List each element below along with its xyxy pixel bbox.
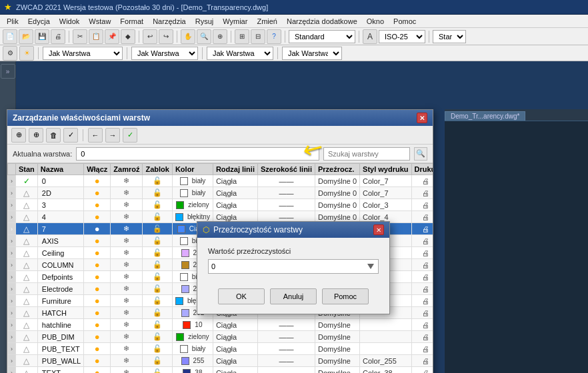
row-plot-12[interactable]: 🖨 — [411, 319, 433, 331]
table-row[interactable]: › △ hatchline ● ❄ 🔓 10 Ciągła —— Domyśln… — [8, 319, 433, 331]
row-on-12[interactable]: ● — [84, 319, 111, 331]
row-name-11[interactable]: HATCH — [37, 307, 83, 319]
row-freeze-16[interactable]: ❄ — [111, 367, 143, 374]
row-lock-9[interactable]: 🔓 — [143, 283, 172, 295]
col-name[interactable]: Nazwa — [37, 164, 83, 175]
row-freeze-1[interactable]: ❄ — [111, 187, 143, 199]
row-lineweight-13[interactable]: —— — [257, 331, 315, 343]
row-name-6[interactable]: Ceiling — [37, 247, 83, 259]
text-btn[interactable]: A — [363, 29, 377, 44]
row-lineweight-15[interactable]: —— — [257, 355, 315, 367]
row-freeze-4[interactable]: ❄ — [111, 223, 143, 235]
row-lock-11[interactable]: 🔓 — [143, 307, 172, 319]
iso-combo[interactable]: ISO-25 — [379, 30, 425, 43]
menu-edycja[interactable]: Edycja — [24, 17, 54, 26]
delete-layer-btn[interactable]: 🗑 — [46, 128, 61, 143]
col-transparency[interactable]: Przeźrocz. — [315, 164, 359, 175]
row-plot-5[interactable]: 🖨 — [411, 235, 433, 247]
row-linetype-1[interactable]: Ciągła — [213, 187, 257, 199]
row-linetype-2[interactable]: Ciągła — [213, 199, 257, 211]
row-freeze-0[interactable]: ❄ — [111, 175, 143, 187]
print-btn[interactable]: 🖨 — [51, 29, 65, 44]
grid-btn[interactable]: ⊞ — [235, 29, 249, 44]
layer-mgr-btn[interactable]: ⚙ — [3, 46, 17, 61]
col-lock[interactable]: Zablok — [143, 164, 172, 175]
row-plotstyle-14[interactable] — [360, 343, 411, 355]
row-plotstyle-16[interactable]: Color_38 — [360, 367, 411, 374]
row-name-5[interactable]: AXIS — [37, 235, 83, 247]
row-transparency-13[interactable]: Domyślne — [315, 331, 359, 343]
row-lock-3[interactable]: 🔓 — [143, 211, 172, 223]
row-plot-7[interactable]: 🖨 — [411, 259, 433, 271]
special-btn[interactable]: ◆ — [121, 29, 135, 44]
row-name-13[interactable]: PUB_DIM — [37, 331, 83, 343]
col-linetype[interactable]: Rodzaj linii — [213, 164, 257, 175]
table-row[interactable]: › △ PUB_TEXT ● ❄ 🔓 biały Ciągła —— Domyś… — [8, 343, 433, 355]
row-color-15[interactable]: 255 — [172, 355, 213, 367]
row-color-16[interactable]: 38 — [172, 367, 213, 374]
row-freeze-14[interactable]: ❄ — [111, 343, 143, 355]
menu-wymiar[interactable]: Wymiar — [219, 17, 251, 26]
row-transparency-14[interactable]: Domyślne — [315, 343, 359, 355]
search-input[interactable] — [323, 147, 410, 161]
row-lock-0[interactable]: 🔓 — [143, 175, 172, 187]
row-lineweight-1[interactable]: —— — [257, 187, 315, 199]
star-combo[interactable]: Star — [433, 30, 466, 43]
row-name-0[interactable]: 0 — [37, 175, 83, 187]
current-layer-input[interactable] — [76, 147, 319, 161]
row-lock-5[interactable]: 🔓 — [143, 235, 172, 247]
cad-tab[interactable]: Demo_Tr...arency.dwg* — [445, 111, 525, 121]
row-name-12[interactable]: hatchline — [37, 319, 83, 331]
row-lineweight-16[interactable]: —— — [257, 367, 315, 374]
zoom-btn[interactable]: 🔍 — [197, 29, 211, 44]
row-lock-10[interactable]: 🔓 — [143, 295, 172, 307]
row-on-4[interactable]: ● — [84, 223, 111, 235]
row-on-14[interactable]: ● — [84, 343, 111, 355]
row-on-6[interactable]: ● — [84, 247, 111, 259]
row-plot-8[interactable]: 🖨 — [411, 271, 433, 283]
row-lock-8[interactable]: 🔓 — [143, 271, 172, 283]
prev-layer-btn[interactable]: ← — [88, 128, 103, 143]
menu-widok[interactable]: Widok — [55, 17, 84, 26]
row-name-7[interactable]: COLUMN — [37, 259, 83, 271]
row-plot-15[interactable]: 🖨 — [411, 355, 433, 367]
row-plot-6[interactable]: 🖨 — [411, 247, 433, 259]
row-transparency-0[interactable]: Domyślne 0 — [315, 175, 359, 187]
check-btn[interactable]: ✓ — [123, 128, 137, 143]
trans-ok-btn[interactable]: OK — [218, 288, 265, 304]
menu-pomoc[interactable]: Pomoc — [389, 17, 420, 26]
grid2-btn[interactable]: ⊟ — [251, 29, 265, 44]
left-expand-btn[interactable]: » — [1, 64, 15, 79]
new-btn[interactable]: 📄 — [3, 29, 17, 44]
row-plot-14[interactable]: 🖨 — [411, 343, 433, 355]
row-on-10[interactable]: ● — [84, 295, 111, 307]
col-lineweight[interactable]: Szerokość linii — [257, 164, 315, 175]
row-lock-4[interactable]: 🔓 — [143, 223, 172, 235]
row-transparency-12[interactable]: Domyślne — [315, 319, 359, 331]
col-plot-style[interactable]: Styl wydruku — [360, 164, 411, 175]
open-btn[interactable]: 📂 — [19, 29, 33, 44]
redo-btn[interactable]: ↪ — [159, 29, 173, 44]
copy-btn[interactable]: 📋 — [89, 29, 103, 44]
row-plotstyle-0[interactable]: Color_7 — [360, 175, 411, 187]
search-button[interactable]: 🔍 — [414, 147, 427, 161]
set-current-btn[interactable]: ✓ — [63, 128, 78, 143]
row-on-2[interactable]: ● — [84, 199, 111, 211]
row-transparency-2[interactable]: Domyślne 0 — [315, 199, 359, 211]
row-linetype-13[interactable]: Ciągła — [213, 331, 257, 343]
row-on-16[interactable]: ● — [84, 367, 111, 374]
row-name-16[interactable]: TEXT — [37, 367, 83, 374]
trans-help-btn[interactable]: Pomoc — [322, 288, 369, 304]
row-linetype-15[interactable]: Ciągła — [213, 355, 257, 367]
pan-btn[interactable]: ✋ — [181, 29, 195, 44]
row-color-13[interactable]: zielony — [172, 331, 213, 343]
row-plot-3[interactable]: 🖨 — [411, 211, 433, 223]
row-lock-16[interactable]: 🔓 — [143, 367, 172, 374]
row-lineweight-14[interactable]: —— — [257, 343, 315, 355]
row-plotstyle-15[interactable]: Color_255 — [360, 355, 411, 367]
new-layer2-btn[interactable]: ⊕ — [29, 128, 43, 143]
row-color-1[interactable]: biały — [172, 187, 213, 199]
row-lock-2[interactable]: 🔓 — [143, 199, 172, 211]
row-plot-2[interactable]: 🖨 — [411, 199, 433, 211]
row-name-10[interactable]: Furniture — [37, 295, 83, 307]
